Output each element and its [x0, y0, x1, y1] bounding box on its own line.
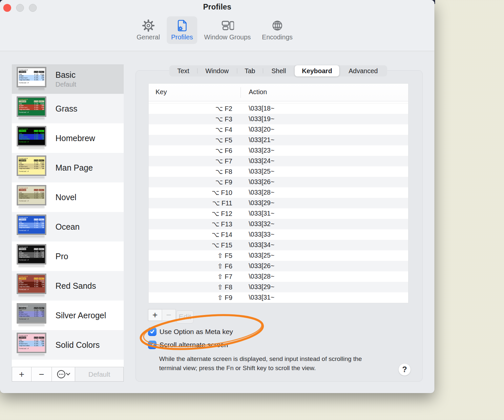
- key-cell: ⌥ F6: [149, 147, 232, 155]
- checkbox-row-scroll-alternate-screen[interactable]: Scroll alternate screen: [148, 340, 233, 349]
- action-cell: \033[26~: [249, 262, 274, 270]
- key-mapping-row[interactable]: ⌥ F8 \033[25~: [149, 166, 408, 177]
- toolbar-item-window-groups[interactable]: Window Groups: [200, 16, 255, 44]
- remove-key-mapping-button[interactable]: −: [162, 309, 176, 321]
- action-cell: \033[31~: [249, 210, 274, 217]
- checkbox[interactable]: [148, 341, 157, 349]
- profile-list-item-pro[interactable]: Terminal# COMMAND %CPURPRVT top4.1%231KX…: [12, 242, 124, 271]
- key-mapping-row[interactable]: ⌥ F13 \033[32~: [149, 219, 408, 229]
- column-header-action: Action: [249, 88, 267, 96]
- action-cell: \033[28~: [249, 189, 274, 196]
- profile-list-item-grass[interactable]: Terminal# COMMAND %CPURPRVT top4.1%231KX…: [12, 94, 124, 123]
- profile-tab-bar: TextWindowTabShellKeyboardAdvanced: [169, 65, 387, 76]
- mini-terminal-preview: Terminal# COMMAND %CPURPRVT top4.1%231KX…: [18, 157, 45, 171]
- thumbnail-reflection: [18, 354, 45, 357]
- key-cell: ⇧ F8: [149, 283, 232, 291]
- key-mapping-row[interactable]: ⌥ F14 \033[33~: [149, 229, 408, 240]
- tab-tab[interactable]: Tab: [237, 65, 263, 76]
- key-mapping-row[interactable]: ⌥ F12 \033[31~: [149, 208, 408, 219]
- profile-list-item-solid-colors[interactable]: Terminal# COMMAND %CPURPRVT top4.1%231KX…: [12, 330, 124, 360]
- set-default-button[interactable]: Default: [75, 367, 123, 381]
- key-mapping-row[interactable]: ⌥ F15 \033[34~: [149, 240, 408, 250]
- key-mapping-row[interactable]: ⇧ F7 \033[28~: [149, 271, 408, 282]
- help-button[interactable]: ?: [398, 363, 411, 376]
- profile-name: Grass: [55, 104, 77, 114]
- profile-list-item-red-sands[interactable]: Terminal# COMMAND %CPURPRVT top4.1%231KX…: [12, 271, 124, 301]
- profile-list-item-man-page[interactable]: Terminal# COMMAND %CPURPRVT top4.1%231KX…: [12, 153, 124, 182]
- checkbox-label: Use Option as Meta key: [159, 328, 233, 336]
- profile-list-item-basic[interactable]: Terminal# COMMAND %CPURPRVT top4.1%231KX…: [12, 64, 124, 94]
- toolbar-icon-slot: [221, 19, 234, 32]
- key-mapping-row[interactable]: ⌥ F5 \033[21~: [149, 135, 408, 145]
- key-mapping-row[interactable]: ⌥ F11 \033[29~: [149, 198, 408, 208]
- alternate-screen-description: While the alternate screen is displayed,…: [159, 354, 378, 373]
- key-mapping-row[interactable]: ⇧ F5 \033[25~: [149, 250, 408, 261]
- key-mapping-row[interactable]: ⇧ F8 \033[29~: [149, 282, 408, 292]
- key-cell: ⌥ F15: [149, 241, 232, 249]
- remove-profile-button[interactable]: −: [32, 367, 52, 381]
- tab-window[interactable]: Window: [197, 65, 237, 76]
- key-mapping-row[interactable]: ⇧ F6 \033[26~: [149, 261, 408, 271]
- checkmark-icon: [150, 342, 155, 347]
- toolbar-item-label: General: [136, 33, 160, 41]
- gear-icon: [142, 19, 155, 32]
- key-mapping-row[interactable]: ⌥ F4 \033[20~: [149, 124, 408, 135]
- key-cell: ⌥ F5: [149, 136, 232, 144]
- toolbar-item-label: Window Groups: [204, 33, 251, 41]
- tab-label: Keyboard: [302, 67, 332, 75]
- profile-name: Man Page: [55, 163, 93, 173]
- profile-list-item-silver-aerogel[interactable]: Terminal# COMMAND %CPURPRVT top4.1%231KX…: [12, 301, 124, 330]
- key-mapping-row[interactable]: ⇧ F9 \033[31~: [149, 292, 408, 303]
- key-cell: ⇧ F5: [149, 252, 232, 260]
- key-cell: ⌥ F3: [149, 115, 232, 123]
- add-profile-button[interactable]: +: [12, 367, 32, 381]
- tab-label: Text: [177, 67, 189, 75]
- key-mapping-row[interactable]: ⌥ F2 \033[18~: [149, 103, 408, 114]
- key-cell: ⌥ F9: [149, 178, 232, 186]
- key-cell: ⌥ F8: [149, 168, 232, 176]
- key-mapping-row[interactable]: ⌥ F7 \033[24~: [149, 156, 408, 166]
- add-key-mapping-button[interactable]: +: [148, 309, 162, 321]
- thumbnail-reflection: [18, 177, 45, 179]
- toolbar-item-encodings[interactable]: Encodings: [258, 16, 297, 44]
- action-cell: \033[29~: [249, 199, 274, 207]
- mini-terminal-preview: Terminal# COMMAND %CPURPRVT top4.1%231KX…: [18, 334, 45, 348]
- toolbar-item-profiles[interactable]: Profiles: [167, 16, 197, 44]
- edit-key-mapping-button[interactable]: Edit: [176, 310, 194, 324]
- tab-text[interactable]: Text: [169, 65, 197, 76]
- action-cell: \033[28~: [249, 273, 274, 280]
- thumbnail-reflection: [18, 147, 45, 150]
- table-header: Key Action: [149, 84, 408, 101]
- mini-terminal-preview: Terminal# COMMAND %CPURPRVT top4.1%231KX…: [18, 304, 45, 319]
- key-mapping-row[interactable]: ⌥ F3 \033[19~: [149, 114, 408, 124]
- tab-label: Shell: [271, 67, 286, 75]
- desktop-wallpaper: Profiles General: [0, 0, 504, 420]
- toolbar-item-label: Profiles: [171, 33, 193, 41]
- key-mapping-row[interactable]: ⌥ F10 \033[28~: [149, 187, 408, 198]
- thumbnail-reflection: [18, 88, 45, 91]
- profile-name: Ocean: [55, 222, 80, 232]
- profile-list-item-ocean[interactable]: Terminal# COMMAND %CPURPRVT top4.1%231KX…: [12, 212, 124, 242]
- tab-advanced[interactable]: Advanced: [339, 65, 387, 76]
- profile-list: Terminal# COMMAND %CPURPRVT top4.1%231KX…: [12, 64, 124, 367]
- key-cell: ⌥ F2: [149, 105, 232, 113]
- toolbar-icon-slot: [176, 19, 189, 32]
- tab-shell[interactable]: Shell: [263, 65, 295, 76]
- tab-keyboard[interactable]: Keyboard: [295, 65, 339, 76]
- checkbox[interactable]: [148, 327, 157, 336]
- key-cell: ⇧ F6: [149, 262, 232, 270]
- thumbnail-reflection: [18, 236, 45, 239]
- profile-list-item-homebrew[interactable]: Terminal# COMMAND %CPURPRVT top4.1%231KX…: [12, 123, 124, 153]
- profile-list-footer: + − Default: [12, 367, 124, 382]
- profile-name: Basic: [55, 70, 76, 80]
- profile-list-item-novel[interactable]: Terminal# COMMAND %CPURPRVT top4.1%231KX…: [12, 182, 124, 212]
- profile-actions-menu-button[interactable]: [52, 367, 75, 381]
- profile-thumbnail: Terminal# COMMAND %CPURPRVT top4.1%231KX…: [17, 333, 46, 357]
- checkbox-row-use-option-as-meta-key[interactable]: Use Option as Meta key: [148, 327, 233, 336]
- key-mapping-row[interactable]: ⌥ F9 \033[26~: [149, 177, 408, 187]
- profile-document-icon: [176, 19, 189, 32]
- key-cell: ⌥ F4: [149, 126, 232, 134]
- key-mapping-row[interactable]: ⌥ F6 \033[23~: [149, 145, 408, 156]
- toolbar-item-general[interactable]: General: [132, 16, 164, 44]
- checkmark-icon: [150, 329, 155, 334]
